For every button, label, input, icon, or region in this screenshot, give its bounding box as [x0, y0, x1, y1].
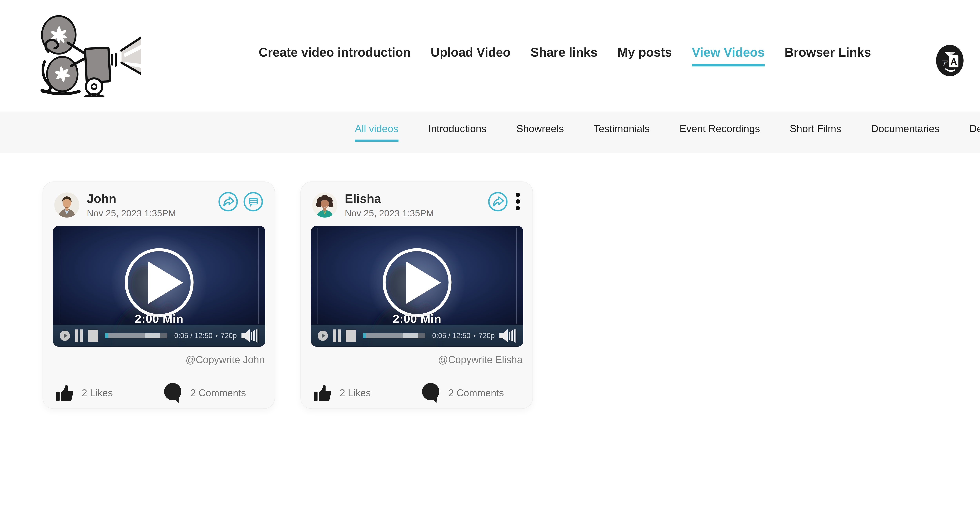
main-nav: Create video introduction Upload Video S… [259, 0, 871, 111]
comments-button[interactable] [421, 382, 441, 403]
tab-demos[interactable]: Demos [969, 123, 980, 142]
player-quality: 720p [221, 331, 237, 340]
player-pause-icon[interactable] [333, 330, 341, 342]
video-card-elisha: Elisha Nov 25, 2023 1:35PM [301, 182, 533, 409]
progress-buffer [145, 333, 160, 338]
author-block: John Nov 25, 2023 1:35PM [87, 191, 176, 219]
progress-played [363, 333, 366, 338]
post-timestamp: Nov 25, 2023 1:35PM [345, 207, 434, 219]
quality-dot: ● [215, 334, 218, 338]
card-actions [488, 192, 521, 212]
tab-event-recordings[interactable]: Event Recordings [679, 123, 760, 142]
tab-showreels[interactable]: Showreels [516, 123, 564, 142]
avatar-elisha-image [312, 193, 337, 218]
player-progress-track[interactable] [363, 333, 425, 338]
video-category-tabbar: All videos Introductions Showreels Testi… [0, 111, 980, 153]
comments-count-label: 2 Comments [190, 387, 246, 399]
like-button[interactable] [313, 383, 332, 403]
player-volume-icon[interactable] [242, 329, 259, 342]
share-button[interactable] [488, 192, 508, 212]
progress-tail [418, 333, 425, 338]
card-actions [218, 192, 263, 212]
page: Create video introduction Upload Video S… [0, 0, 980, 508]
video-thumbnail[interactable]: 2:00 Min 0:05 / 12:50 ● [53, 226, 266, 347]
comments-button[interactable] [163, 382, 183, 403]
nav-my-posts[interactable]: My posts [617, 45, 672, 67]
author-handle: @Copywrite Elisha [438, 354, 523, 366]
top-header: Create video introduction Upload Video S… [0, 0, 980, 111]
post-timestamp: Nov 25, 2023 1:35PM [87, 207, 176, 219]
film-projector-logo-icon [29, 15, 141, 100]
player-stop-icon[interactable] [346, 330, 356, 342]
player-stop-icon[interactable] [88, 330, 98, 342]
avatar-john-image [54, 193, 80, 218]
comment-group: 2 Comments [163, 382, 246, 403]
progress-buffer [403, 333, 418, 338]
quality-dot: ● [473, 334, 476, 338]
likes-count-label: 2 Likes [82, 387, 113, 399]
author-block: Elisha Nov 25, 2023 1:35PM [345, 191, 434, 219]
nav-share-links[interactable]: Share links [531, 45, 598, 67]
svg-text:A: A [950, 56, 957, 67]
tab-introductions[interactable]: Introductions [428, 123, 487, 142]
nav-create-video-introduction[interactable]: Create video introduction [259, 45, 410, 67]
player-controls: 0:05 / 12:50 ● 720p [311, 325, 523, 347]
comment-bubble-button[interactable] [243, 192, 263, 212]
tab-documentaries[interactable]: Documentaries [871, 123, 940, 142]
player-time-text: 0:05 / 12:50 [174, 331, 212, 340]
tab-all-videos[interactable]: All videos [355, 123, 398, 142]
player-time-text: 0:05 / 12:50 [432, 331, 470, 340]
progress-tail [160, 333, 167, 338]
author-handle: @Copywrite John [186, 354, 265, 366]
translate-icon: A ア [934, 45, 965, 76]
author-name: Elisha [345, 191, 434, 206]
player-controls: 0:05 / 12:50 ● 720p [53, 325, 266, 347]
video-duration-label: 2:00 Min [53, 312, 266, 325]
svg-text:ア: ア [942, 59, 949, 67]
player-progress-track[interactable] [105, 333, 167, 338]
progress-played [105, 333, 108, 338]
engagement-row: 2 Likes 2 Comments [313, 378, 520, 408]
brand-logo[interactable] [29, 15, 141, 100]
tab-testimonials[interactable]: Testimonials [594, 123, 650, 142]
author-name: John [87, 191, 176, 206]
nav-view-videos[interactable]: View Videos [692, 45, 765, 67]
comment-group: 2 Comments [421, 382, 504, 403]
player-time: 0:05 / 12:50 ● 720p [174, 331, 237, 340]
video-duration-label: 2:00 Min [311, 312, 523, 325]
share-button[interactable] [218, 192, 238, 212]
nav-browser-links[interactable]: Browser Links [784, 45, 871, 67]
kebab-menu-button[interactable] [514, 192, 521, 212]
card-header: Elisha Nov 25, 2023 1:35PM [312, 191, 521, 223]
engagement-row: 2 Likes 2 Comments [55, 378, 262, 408]
player-play-icon[interactable] [318, 330, 328, 341]
translate-button[interactable]: A ア [934, 45, 965, 76]
card-header: John Nov 25, 2023 1:35PM [54, 191, 263, 223]
player-time: 0:05 / 12:50 ● 720p [432, 331, 495, 340]
tab-short-films[interactable]: Short Films [790, 123, 841, 142]
player-play-icon[interactable] [60, 330, 70, 341]
player-quality: 720p [479, 331, 495, 340]
video-card-john: John Nov 25, 2023 1:35PM [43, 182, 275, 409]
video-category-tabs: All videos Introductions Showreels Testi… [355, 111, 980, 153]
avatar[interactable] [312, 193, 337, 218]
comments-count-label: 2 Comments [448, 387, 504, 399]
video-thumbnail[interactable]: 2:00 Min 0:05 / 12:50 ● [311, 226, 523, 347]
player-pause-icon[interactable] [75, 330, 83, 342]
likes-count-label: 2 Likes [340, 387, 371, 399]
nav-upload-video[interactable]: Upload Video [431, 45, 511, 67]
player-volume-icon[interactable] [500, 329, 517, 342]
avatar[interactable] [54, 193, 80, 218]
like-button[interactable] [55, 383, 74, 403]
